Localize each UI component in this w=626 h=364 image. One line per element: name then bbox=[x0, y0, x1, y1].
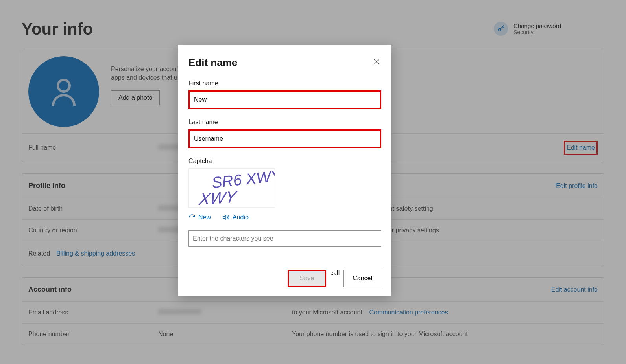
dialog-title: Edit name bbox=[188, 57, 237, 69]
captcha-label: Captcha bbox=[188, 158, 381, 165]
edit-name-dialog: Edit name First name Last name Captcha S… bbox=[178, 45, 391, 296]
first-name-input[interactable] bbox=[190, 92, 380, 108]
refresh-icon bbox=[188, 214, 196, 221]
last-name-input[interactable] bbox=[190, 131, 380, 147]
captcha-new-button[interactable]: New bbox=[188, 214, 211, 221]
cancel-button[interactable]: Cancel bbox=[343, 270, 381, 287]
captcha-audio-button[interactable]: Audio bbox=[222, 214, 249, 221]
last-name-label: Last name bbox=[188, 119, 381, 126]
captcha-input[interactable] bbox=[188, 230, 381, 247]
svg-text:XWY: XWY bbox=[198, 187, 239, 207]
first-name-label: First name bbox=[188, 80, 381, 87]
save-button[interactable]: Save bbox=[289, 271, 325, 286]
close-icon[interactable] bbox=[372, 57, 381, 68]
svg-text:SR6 XWY: SR6 XWY bbox=[211, 169, 275, 191]
audio-icon bbox=[222, 214, 230, 221]
captcha-image: SR6 XWY XWY bbox=[188, 168, 275, 208]
